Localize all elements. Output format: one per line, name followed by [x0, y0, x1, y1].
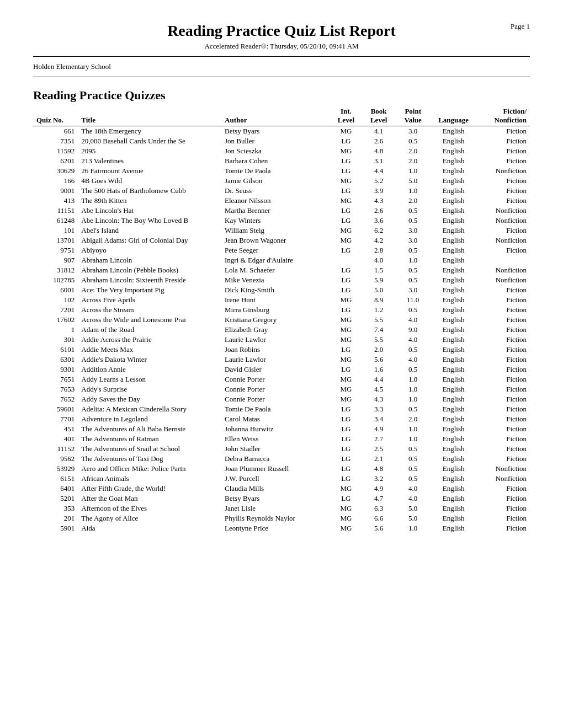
book-level: 4.7 [362, 494, 396, 504]
language: English [430, 464, 477, 474]
language: English [430, 275, 477, 285]
book-level: 4.3 [362, 196, 396, 206]
title: Adam of the Road [78, 325, 221, 335]
author: Laurie Lawlor [221, 355, 331, 365]
point-value: 0.5 [396, 454, 430, 464]
fiction-nonfiction: Fiction [477, 126, 530, 137]
int-level: LG [331, 494, 362, 504]
int-level: LG [331, 474, 362, 484]
quiz-no: 7653 [33, 384, 78, 394]
language: English [430, 136, 477, 146]
book-level: 4.2 [362, 235, 396, 245]
book-level: 5.2 [362, 176, 396, 186]
language: English [430, 374, 477, 384]
point-value: 1.0 [396, 255, 430, 265]
title: Afternoon of the Elves [78, 504, 221, 513]
table-row: 9001The 500 Hats of Bartholomew CubbDr. … [33, 186, 530, 196]
table-row: 102785Abraham Lincoln: Sixteenth Preside… [33, 275, 530, 285]
section-title: Reading Practice Quizzes [33, 88, 530, 103]
book-level: 1.5 [362, 265, 396, 275]
author: Kristiana Gregory [221, 315, 331, 325]
book-level: 3.3 [362, 404, 396, 414]
fiction-nonfiction: Fiction [477, 335, 530, 345]
point-value: 1.0 [396, 374, 430, 384]
quiz-no: 5901 [33, 523, 78, 533]
point-value: 4.0 [396, 335, 430, 345]
point-value: 0.5 [396, 474, 430, 484]
table-row: 301Addie Across the PrairieLaurie Lawlor… [33, 335, 530, 345]
title: Aero and Officer Mike: Police Partn [78, 464, 221, 474]
point-value: 5.0 [396, 504, 430, 513]
quiz-no: 30629 [33, 166, 78, 176]
book-level: 2.0 [362, 345, 396, 355]
author: Connie Porter [221, 374, 331, 384]
author: Jean Brown Wagoner [221, 235, 331, 245]
book-level: 2.6 [362, 206, 396, 216]
point-value: 1.0 [396, 434, 430, 444]
int-level: LG [331, 275, 362, 285]
point-value: 0.5 [396, 444, 430, 454]
int-level: MG [331, 315, 362, 325]
fiction-nonfiction: Fiction [477, 226, 530, 235]
table-row: 11152The Adventures of Snail at SchoolJo… [33, 444, 530, 454]
quiz-no: 7651 [33, 374, 78, 384]
point-value: 0.5 [396, 305, 430, 315]
title: Addy Learns a Lesson [78, 374, 221, 384]
point-value: 11.0 [396, 295, 430, 305]
table-row: 735120,000 Baseball Cards Under the SeJo… [33, 136, 530, 146]
book-level: 3.9 [362, 186, 396, 196]
language: English [430, 384, 477, 394]
table-row: 1664B Goes WildJamie GilsonMG5.25.0Engli… [33, 176, 530, 186]
int-level: LG [331, 305, 362, 315]
book-level: 4.9 [362, 484, 396, 494]
int-level: MG [331, 176, 362, 186]
language: English [430, 355, 477, 365]
language: English [430, 523, 477, 533]
book-level: 5.6 [362, 523, 396, 533]
quiz-list-table: Int. Book Point Fiction/ Quiz No. Title … [33, 106, 530, 533]
language: English [430, 434, 477, 444]
quiz-no: 53929 [33, 464, 78, 474]
int-level: MG [331, 504, 362, 513]
point-value: 2.0 [396, 414, 430, 424]
quiz-no: 11151 [33, 206, 78, 216]
fiction-nonfiction: Nonfiction [477, 216, 530, 226]
int-level: LG [331, 216, 362, 226]
book-level: 5.9 [362, 275, 396, 285]
author: Tomie De Paola [221, 404, 331, 414]
int-level: LG [331, 245, 362, 255]
table-row: 6401After Fifth Grade, the World!Claudia… [33, 484, 530, 494]
title: Adventure in Legoland [78, 414, 221, 424]
author: Ellen Weiss [221, 434, 331, 444]
col-header-title: Title [78, 116, 221, 126]
fiction-nonfiction: Fiction [477, 285, 530, 295]
point-value: 3.0 [396, 235, 430, 245]
fiction-nonfiction: Fiction [477, 176, 530, 186]
language: English [430, 226, 477, 235]
book-level: 4.5 [362, 384, 396, 394]
fiction-nonfiction: Fiction [477, 146, 530, 156]
title: Abraham Lincoln (Pebble Books) [78, 265, 221, 275]
author: Lola M. Schaefer [221, 265, 331, 275]
book-level: 3.1 [362, 156, 396, 166]
title: Abe Lincoln: The Boy Who Loved B [78, 216, 221, 226]
fiction-nonfiction: Fiction [477, 444, 530, 454]
author: Jon Scieszka [221, 146, 331, 156]
int-level: LG [331, 186, 362, 196]
book-level: 3.4 [362, 414, 396, 424]
language: English [430, 484, 477, 494]
book-level: 1.6 [362, 365, 396, 374]
language: English [430, 394, 477, 404]
table-row: 11151Abe Lincoln's HatMartha BrennerLG2.… [33, 206, 530, 216]
book-level: 3.2 [362, 474, 396, 484]
fiction-nonfiction: Fiction [477, 315, 530, 325]
author: Kay Winters [221, 216, 331, 226]
quiz-no: 31812 [33, 265, 78, 275]
int-level: LG [331, 424, 362, 434]
language: English [430, 325, 477, 335]
point-value: 0.5 [396, 275, 430, 285]
point-value: 0.5 [396, 206, 430, 216]
fiction-nonfiction: Fiction [477, 365, 530, 374]
language: English [430, 196, 477, 206]
col-header-nonfiction: Nonfiction [477, 116, 530, 126]
